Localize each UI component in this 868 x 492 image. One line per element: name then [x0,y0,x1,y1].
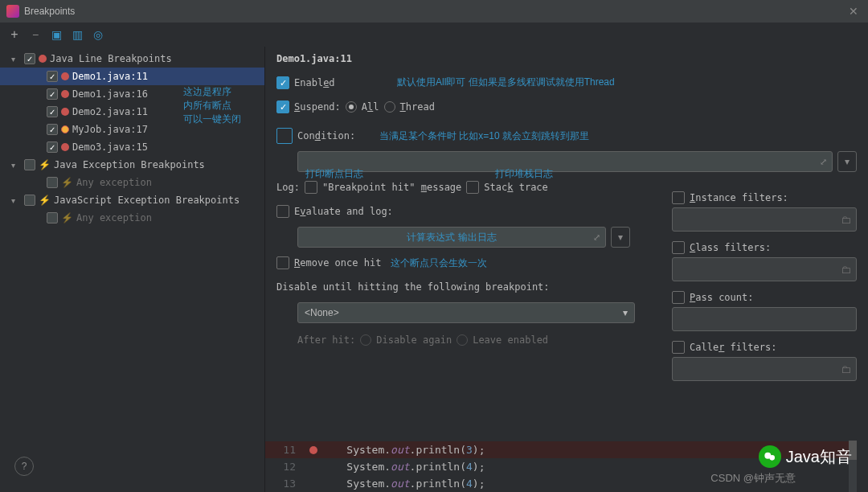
enabled-checkbox[interactable] [276,76,289,89]
remove-once-checkbox[interactable] [276,256,289,269]
wechat-icon [759,445,781,468]
group-by-file-button[interactable]: ▣ [50,28,63,41]
remove-breakpoint-button[interactable]: − [29,28,42,41]
chevron-down-icon[interactable]: ▾ [11,55,21,64]
tree-item[interactable]: Demo1.java:16 [0,85,264,103]
expand-icon[interactable]: ⤢ [820,157,827,167]
suspend-checkbox[interactable] [276,100,289,113]
instance-filters-label: Instance filters: [690,192,788,203]
exception-icon: ⚡ [61,212,73,223]
section-checkbox[interactable] [24,195,35,206]
help-button[interactable]: ? [14,457,34,476]
section-label: Java Line Breakpoints [50,53,172,64]
breakpoint-dot-icon[interactable] [309,446,317,454]
titlebar: Breakpoints ✕ [0,0,868,23]
add-breakpoint-button[interactable]: + [8,27,21,42]
item-checkbox[interactable] [47,141,58,153]
log-stack-checkbox[interactable] [466,181,479,194]
tree-item[interactable]: Demo2.java:11 [0,103,264,121]
annotation-suspend: 默认使用All即可 但如果是多线程调试就使用Thread [397,76,615,89]
code-text: System.out.println(4); [321,478,485,490]
breakpoint-dot-icon [61,90,69,98]
log-message-label: "Breakpoint hit" message [322,182,461,193]
tree-item[interactable]: ⚡ Any exception [0,174,264,191]
evaluate-input[interactable]: 计算表达式 输出日志 ⤢ [297,227,606,248]
item-checkbox[interactable] [47,124,58,135]
log-label: Log: [276,182,300,193]
exception-icon: ⚡ [39,195,51,206]
suspend-all-label: All [362,101,379,113]
chevron-down-icon[interactable]: ▾ [11,196,21,205]
caller-filters-input[interactable]: 🗀 [672,357,857,381]
exception-icon: ⚡ [61,177,73,188]
item-label: Demo1.java:11 [72,71,148,82]
pass-count-checkbox[interactable] [672,291,685,304]
evaluate-history-button[interactable]: ▾ [611,227,630,248]
line-number: 11 [265,444,305,456]
group-by-class-button[interactable]: ▥ [71,28,84,41]
after-leave-label: Leave enabled [473,334,548,346]
condition-input[interactable]: ⤢ [297,151,833,172]
preview-button[interactable]: ◎ [92,28,104,41]
folder-icon[interactable]: 🗀 [841,363,851,375]
instance-filters-input[interactable]: 🗀 [672,207,857,232]
field-watchpoint-icon [61,125,69,133]
log-message-checkbox[interactable] [305,181,317,194]
section-label: Java Exception Breakpoints [54,159,205,170]
breakpoint-dot-icon [39,55,47,63]
section-checkbox[interactable] [24,159,35,170]
tree-item[interactable]: MyJob.java:17 [0,121,264,138]
item-checkbox[interactable] [47,177,58,188]
class-filters-input[interactable]: 🗀 [672,257,857,281]
item-checkbox[interactable] [47,106,58,117]
suspend-thread-label: Thread [400,101,435,113]
annotation-remove: 这个断点只会生效一次 [391,256,487,270]
breakpoint-dot-icon [61,143,69,151]
suspend-thread-radio[interactable] [384,101,395,113]
watermark-brand: Java知音 [759,445,852,468]
condition-label: Condition: [297,130,355,141]
suspend-label: Suspend: [294,101,341,113]
section-checkbox[interactable] [24,53,35,64]
filters-panel: Instance filters: 🗀 Class filters: 🗀 Pas… [672,191,857,391]
tree-section-java-line[interactable]: ▾ Java Line Breakpoints [0,50,264,68]
tree-section-js-exception[interactable]: ▾ ⚡ JavaScript Exception Breakpoints [0,191,264,209]
item-label: Any exception [76,177,152,188]
after-disable-radio [360,334,371,346]
item-label: Demo1.java:16 [72,88,148,100]
tree-section-java-exception[interactable]: ▾ ⚡ Java Exception Breakpoints [0,156,264,174]
pass-count-input[interactable] [672,307,857,331]
enabled-label: Enabled [294,77,335,88]
item-checkbox[interactable] [47,88,58,100]
class-filters-checkbox[interactable] [672,241,685,254]
tree-item[interactable]: Demo1.java:11 [0,68,264,85]
line-number: 13 [265,478,305,490]
section-label: JavaScript Exception Breakpoints [54,195,240,206]
code-text: System.out.println(3); [321,444,485,456]
close-icon[interactable]: ✕ [845,5,862,18]
disable-until-label: Disable until hitting the following brea… [276,281,550,293]
item-label: Any exception [76,212,152,223]
suspend-all-radio[interactable] [346,101,357,113]
caller-filters-checkbox[interactable] [672,341,685,354]
chevron-down-icon[interactable]: ▾ [11,161,21,170]
breakpoint-dot-icon [61,72,69,80]
tree-item[interactable]: Demo3.java:15 [0,138,264,156]
disable-until-select[interactable]: <None> ▾ [297,302,635,323]
evaluate-checkbox[interactable] [276,205,289,218]
code-text: System.out.println(4); [321,461,485,473]
condition-checkbox[interactable] [276,128,293,144]
log-stack-label: Stack trace [484,182,548,193]
app-icon [6,5,19,18]
expand-icon[interactable]: ⤢ [593,232,600,243]
item-checkbox[interactable] [47,71,58,82]
instance-filters-checkbox[interactable] [672,191,685,204]
tree-item[interactable]: ⚡ Any exception [0,209,264,227]
breakpoint-toolbar: + − ▣ ▥ ◎ [0,23,868,47]
folder-icon[interactable]: 🗀 [841,264,851,276]
condition-history-button[interactable]: ▾ [837,151,857,172]
item-checkbox[interactable] [47,212,58,223]
svg-point-1 [769,455,775,461]
folder-icon[interactable]: 🗀 [841,214,851,226]
item-label: Demo3.java:15 [72,141,148,153]
